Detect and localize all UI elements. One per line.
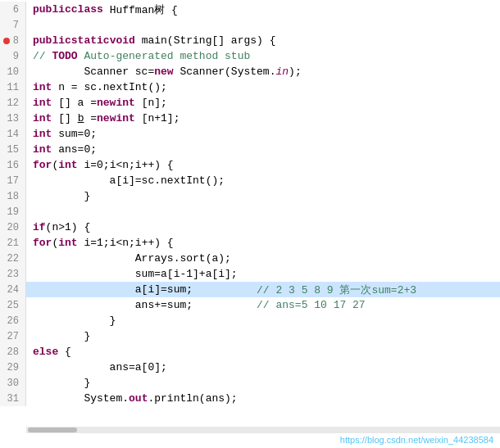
line-6: 6 public class Huffman树 { — [0, 2, 500, 17]
code-editor: 6 public class Huffman树 { 7 8 public sta… — [0, 0, 500, 448]
line-26: 26 } — [0, 313, 500, 328]
line-num-12: 12 — [0, 95, 26, 111]
line-num-9: 9 — [0, 48, 26, 64]
line-content-31: System.out.println(ans); — [26, 392, 500, 405]
line-9: 9 // TODO Auto-generated method stub — [0, 48, 500, 64]
line-content-24: a[i]=sum; // 2 3 5 8 9 第一次sum=2+3 — [26, 283, 500, 297]
scrollbar-thumb[interactable] — [28, 428, 77, 432]
line-content-26: } — [26, 315, 500, 327]
line-content-30: } — [26, 377, 500, 389]
line-num-30: 30 — [0, 375, 26, 391]
line-content-8: public static void main(String[] args) { — [26, 34, 500, 47]
line-content-28: else { — [26, 346, 500, 358]
line-num-7: 7 — [0, 17, 26, 33]
line-num-19: 19 — [0, 204, 26, 219]
line-num-27: 27 — [0, 328, 26, 344]
line-content-23: sum=a[i-1]+a[i]; — [26, 268, 500, 280]
line-num-6: 6 — [0, 2, 26, 17]
line-num-15: 15 — [0, 142, 26, 157]
line-21: 21 for(int i=1;i<n;i++) { — [0, 235, 500, 251]
line-num-13: 13 — [0, 111, 26, 126]
line-10: 10 Scanner sc=new Scanner(System.in); — [0, 64, 500, 79]
line-content-15: int ans=0; — [26, 143, 500, 156]
line-num-21: 21 — [0, 235, 26, 251]
line-num-11: 11 — [0, 79, 26, 95]
line-12: 12 int [] a =new int [n]; — [0, 95, 500, 111]
line-num-31: 31 — [0, 391, 26, 406]
line-content-13: int [] b =new int [n+1]; — [26, 112, 500, 124]
line-7: 7 — [0, 17, 500, 33]
line-14: 14 int sum=0; — [0, 126, 500, 142]
line-content-11: int n = sc.nextInt(); — [26, 81, 500, 93]
line-23: 23 sum=a[i-1]+a[i]; — [0, 266, 500, 282]
line-15: 15 int ans=0; — [0, 142, 500, 157]
line-num-24: 24 — [0, 282, 26, 297]
line-content-12: int [] a =new int [n]; — [26, 97, 500, 109]
line-13: 13 int [] b =new int [n+1]; — [0, 111, 500, 126]
line-18: 18 } — [0, 188, 500, 204]
line-num-23: 23 — [0, 266, 26, 282]
breakpoint-dot-8 — [3, 38, 10, 44]
line-8: 8 public static void main(String[] args)… — [0, 33, 500, 48]
line-content-22: Arrays.sort(a); — [26, 252, 500, 265]
line-num-17: 17 — [0, 173, 26, 188]
watermark: https://blog.csdn.net/weixin_44238584 — [340, 435, 493, 445]
line-num-25: 25 — [0, 297, 26, 313]
line-num-18: 18 — [0, 188, 26, 204]
line-27: 27 } — [0, 328, 500, 344]
line-num-8: 8 — [0, 33, 26, 48]
line-content-9: // TODO Auto-generated method stub — [26, 50, 500, 62]
line-content-21: for(int i=1;i<n;i++) { — [26, 237, 500, 249]
line-content-10: Scanner sc=new Scanner(System.in); — [26, 66, 500, 78]
line-num-26: 26 — [0, 313, 26, 328]
line-num-22: 22 — [0, 251, 26, 266]
line-num-29: 29 — [0, 360, 26, 375]
code-lines: 6 public class Huffman树 { 7 8 public sta… — [0, 0, 500, 406]
line-29: 29 ans=a[0]; — [0, 360, 500, 375]
line-content-16: for(int i=0;i<n;i++) { — [26, 159, 500, 171]
line-content-27: } — [26, 330, 500, 342]
line-num-14: 14 — [0, 126, 26, 142]
line-30: 30 } — [0, 375, 500, 391]
line-25: 25 ans+=sum; // ans=5 10 17 27 — [0, 297, 500, 313]
line-num-10: 10 — [0, 64, 26, 79]
horizontal-scrollbar[interactable] — [26, 427, 500, 433]
line-28: 28 else { — [0, 344, 500, 360]
line-31: 31 System.out.println(ans); — [0, 391, 500, 406]
line-content-14: int sum=0; — [26, 128, 500, 140]
line-content-29: ans=a[0]; — [26, 361, 500, 373]
line-16: 16 for(int i=0;i<n;i++) { — [0, 157, 500, 173]
line-content-25: ans+=sum; // ans=5 10 17 27 — [26, 299, 500, 311]
line-11: 11 int n = sc.nextInt(); — [0, 79, 500, 95]
line-num-20: 20 — [0, 219, 26, 235]
line-17: 17 a[i]=sc.nextInt(); — [0, 173, 500, 188]
line-content-17: a[i]=sc.nextInt(); — [26, 174, 500, 187]
line-20: 20 if(n>1) { — [0, 219, 500, 235]
line-content-18: } — [26, 190, 500, 202]
line-content-20: if(n>1) { — [26, 221, 500, 233]
line-19: 19 — [0, 204, 500, 219]
line-22: 22 Arrays.sort(a); — [0, 251, 500, 266]
line-24: 24 a[i]=sum; // 2 3 5 8 9 第一次sum=2+3 — [0, 282, 500, 297]
line-num-28: 28 — [0, 344, 26, 360]
line-content-6: public class Huffman树 { — [26, 2, 500, 17]
line-num-16: 16 — [0, 157, 26, 173]
